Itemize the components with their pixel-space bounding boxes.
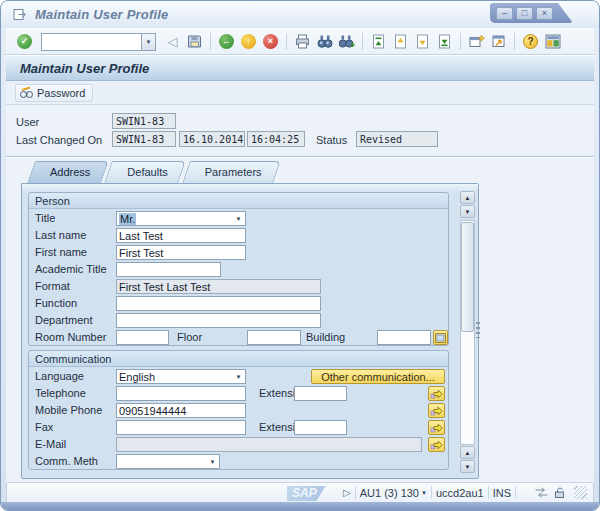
tab-address[interactable]: Address <box>31 161 105 183</box>
print-icon <box>295 34 310 49</box>
password-button[interactable]: Password <box>15 84 93 102</box>
create-shortcut-icon <box>491 34 506 49</box>
academic-title-row: Academic Title <box>29 261 448 278</box>
system-selector[interactable]: AU1 (3) 130 ▼ <box>360 487 427 499</box>
function-input[interactable] <box>116 296 321 311</box>
customize-layout-button[interactable] <box>543 32 562 51</box>
building-input[interactable] <box>377 330 431 345</box>
fax-detail-button[interactable] <box>428 420 445 435</box>
response-time-button[interactable] <box>534 487 549 498</box>
create-shortcut-button[interactable] <box>489 32 508 51</box>
mobile-phone-input[interactable] <box>116 403 246 418</box>
chevron-down-icon: ▼ <box>232 374 245 380</box>
building-picker-button[interactable] <box>433 330 448 345</box>
message-expand-button[interactable]: ▷ <box>343 487 351 498</box>
mobile-detail-button[interactable] <box>428 403 445 418</box>
statusbar-separator <box>515 486 516 499</box>
exit-button[interactable]: ↑ <box>239 32 258 51</box>
close-button[interactable]: × <box>536 7 553 20</box>
scroll-down-step-button[interactable]: ▼ <box>460 205 475 218</box>
help-icon: ? <box>523 34 538 49</box>
room-number-label: Room Number <box>35 331 107 343</box>
person-group: Person Title Mr. ▼ Last name First name <box>28 192 449 346</box>
email-detail-button[interactable] <box>428 437 445 452</box>
vertical-scrollbar[interactable]: ▲ ▼ ▲ ▼ <box>460 191 475 473</box>
user-row: User SWIN1-83 <box>16 113 584 130</box>
first-name-input[interactable] <box>116 245 246 260</box>
status-label: Status <box>316 134 347 146</box>
room-number-input[interactable] <box>116 330 169 345</box>
password-icon <box>19 86 34 99</box>
mobile-phone-row: Mobile Phone <box>29 402 448 419</box>
back-triangle-icon: ◁ <box>168 35 178 48</box>
tab-parameters[interactable]: Parameters <box>186 161 277 183</box>
email-field <box>116 437 422 452</box>
panel-splitter-grip[interactable] <box>476 322 480 338</box>
comm-meth-dropdown[interactable]: ▼ <box>116 454 220 469</box>
scroll-up-button[interactable]: ▲ <box>460 191 475 204</box>
last-name-label: Last name <box>35 229 86 241</box>
statusbar-right: ▷ AU1 (3) 130 ▼ uccd2au1 INS <box>343 486 587 499</box>
cancel-icon: × <box>263 34 278 49</box>
arrow-detail-icon <box>430 388 443 399</box>
response-time-icon <box>534 487 549 498</box>
tab-defaults[interactable]: Defaults <box>108 161 182 183</box>
academic-title-input[interactable] <box>116 262 221 277</box>
help-button[interactable]: ? <box>521 32 540 51</box>
previous-page-button[interactable] <box>391 32 410 51</box>
customize-layout-icon <box>545 34 561 49</box>
chevron-down-icon: ▼ <box>421 490 427 496</box>
telephone-input[interactable] <box>116 386 246 401</box>
fax-row: Fax Extension <box>29 419 448 436</box>
scrollbar-thumb[interactable] <box>461 222 474 332</box>
format-label: Format <box>35 280 70 292</box>
fax-input[interactable] <box>116 420 246 435</box>
unlocked-padlock-icon <box>553 486 566 499</box>
last-page-button[interactable] <box>435 32 454 51</box>
command-input[interactable] <box>41 33 141 51</box>
security-lock-button[interactable] <box>553 486 566 499</box>
building-label: Building <box>306 331 345 343</box>
enter-button[interactable]: ✓ <box>15 32 34 51</box>
department-input[interactable] <box>116 313 321 328</box>
last-name-input[interactable] <box>116 228 246 243</box>
title-label: Title <box>35 212 55 224</box>
telephone-detail-button[interactable] <box>428 386 445 401</box>
previous-page-icon <box>394 34 407 49</box>
find-next-button[interactable] <box>337 32 356 51</box>
status-bar: SAP ▷ AU1 (3) 130 ▼ uccd2au1 INS <box>6 482 594 503</box>
chevron-down-icon: ▼ <box>206 459 219 465</box>
find-button[interactable] <box>315 32 334 51</box>
back-button[interactable]: ← <box>217 32 236 51</box>
format-field: First Test Last Test <box>116 279 321 294</box>
telephone-extension-input[interactable] <box>294 386 347 401</box>
language-dropdown[interactable]: English ▼ <box>116 369 246 384</box>
save-button[interactable] <box>185 32 204 51</box>
title-dropdown[interactable]: Mr. ▼ <box>116 211 246 226</box>
minimize-button[interactable]: – <box>496 7 513 20</box>
scroll-up-page-button[interactable]: ▲ <box>460 446 475 459</box>
section-divider <box>6 156 594 158</box>
back-nav-button[interactable]: ◁ <box>163 32 182 51</box>
fax-extension-input[interactable] <box>294 420 347 435</box>
comm-meth-label: Comm. Meth <box>35 455 98 467</box>
first-page-button[interactable] <box>369 32 388 51</box>
comm-meth-row: Comm. Meth ▼ <box>29 453 448 470</box>
new-session-button[interactable] <box>467 32 486 51</box>
window-resize-grip[interactable] <box>574 486 587 499</box>
command-field: ▼ <box>41 33 156 51</box>
cancel-button[interactable]: × <box>261 32 280 51</box>
maximize-button[interactable]: □ <box>516 7 533 20</box>
command-dropdown-button[interactable]: ▼ <box>141 33 156 51</box>
exit-icon: ↑ <box>241 34 256 49</box>
communication-group: Communication Language English ▼ Other c… <box>28 350 449 470</box>
print-button[interactable] <box>293 32 312 51</box>
floor-input[interactable] <box>247 330 301 345</box>
scrollbar-track[interactable] <box>460 220 475 445</box>
system-menu-icon[interactable] <box>13 8 28 21</box>
scroll-down-button[interactable]: ▼ <box>460 460 475 473</box>
next-page-button[interactable] <box>413 32 432 51</box>
communication-group-header: Communication <box>29 351 448 367</box>
statusbar-separator <box>431 486 432 499</box>
other-communication-button[interactable]: Other communication... <box>311 369 445 384</box>
